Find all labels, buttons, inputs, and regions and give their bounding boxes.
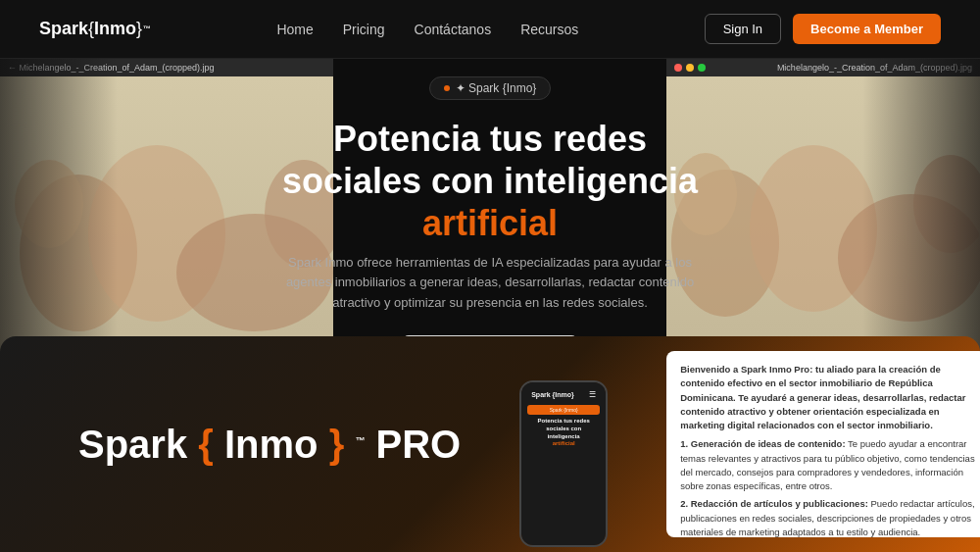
phone-line3: artificial: [553, 440, 575, 446]
badge-dot: [444, 85, 450, 91]
hero-title-line2: artificial: [422, 203, 558, 243]
signin-button[interactable]: Sign In: [705, 14, 781, 44]
hero-title: Potencia tus redes sociales con intelige…: [265, 118, 715, 245]
pro-title-block: Spark { Inmo } ™ PRO: [78, 423, 461, 467]
nav-home[interactable]: Home: [276, 22, 313, 37]
pro-spark: Spark: [78, 423, 187, 466]
phone-hero-btn: Spark {Inmo}: [527, 405, 600, 415]
hero-center: ✦ Spark {Inmo} Potencia tus redes social…: [265, 59, 715, 379]
phone-mockup: Spark {Inmo} ☰ Spark {Inmo} Potencia tus…: [519, 380, 608, 547]
logo-spark: Spark: [39, 19, 88, 39]
phone-line2: sociales con inteligencia: [546, 426, 581, 439]
phone-nav: Spark {Inmo} ☰: [527, 388, 600, 401]
phone-logo: Spark {Inmo}: [531, 391, 574, 398]
logo-close-bracket: }: [136, 19, 142, 39]
pro-open-brace: {: [198, 423, 214, 466]
pro-inmo: Inmo: [224, 423, 318, 466]
pro-close-brace: }: [329, 423, 345, 466]
nav-pricing[interactable]: Pricing: [343, 22, 385, 37]
pro-label: PRO: [376, 423, 462, 466]
phone-screen: Spark {Inmo} ☰ Spark {Inmo} Potencia tus…: [521, 382, 606, 545]
phone-line1: Potencia tus redes: [538, 418, 590, 424]
become-member-button[interactable]: Become a Member: [793, 14, 941, 44]
nav-contactanos[interactable]: Contáctanos: [415, 22, 492, 37]
spark-badge: ✦ Spark {Inmo}: [429, 76, 552, 100]
img-title-left: ← Michelangelo_-_Creation_of_Adam_(cropp…: [8, 63, 215, 73]
svg-point-4: [15, 160, 83, 248]
badge-label: ✦ Spark {Inmo}: [456, 81, 537, 95]
pro-section2-title: 2. Redacción de artículos y publicacione…: [680, 498, 868, 509]
phone-menu-icon: ☰: [589, 390, 596, 399]
logo-inmo: Inmo: [94, 19, 136, 39]
logo-tm: ™: [143, 25, 151, 33]
pro-card-title: Bienvenido a Spark Inmo Pro: tu aliado p…: [680, 363, 980, 432]
logo: Spark { Inmo } ™: [39, 19, 151, 39]
pro-card-title-bold: Bienvenido a Spark Inmo Pro:: [680, 364, 812, 375]
nav-links: Home Pricing Contáctanos Recursos: [276, 21, 578, 38]
nav-actions: Sign In Become a Member: [705, 14, 941, 44]
navbar: Spark { Inmo } ™ Home Pricing Contáctano…: [0, 0, 980, 59]
pro-title: Spark { Inmo } ™ PRO: [78, 423, 461, 467]
img-title-right: Michelangelo_-_Creation_of_Adam_(cropped…: [777, 63, 972, 73]
hero-subtitle: Spark Inmo ofrece herramientas de IA esp…: [265, 253, 715, 314]
hero-title-line1: Potencia tus redes sociales con intelige…: [282, 119, 698, 201]
phone-hero-text: Potencia tus redes sociales con intelige…: [527, 418, 600, 448]
pro-tm: ™: [355, 434, 365, 445]
pro-panel: Spark { Inmo } ™ PRO Spark {Inmo} ☰ Spar…: [0, 336, 980, 552]
pro-section1-title: 1. Generación de ideas de contenido:: [680, 438, 845, 449]
nav-recursos[interactable]: Recursos: [520, 22, 578, 37]
pro-card-section2: 2. Redacción de artículos y publicacione…: [680, 497, 980, 537]
pro-content-card: Bienvenido a Spark Inmo Pro: tu aliado p…: [666, 351, 980, 537]
main-area: ← Michelangelo_-_Creation_of_Adam_(cropp…: [0, 59, 980, 552]
pro-card-section1: 1. Generación de ideas de contenido: Te …: [680, 437, 980, 493]
